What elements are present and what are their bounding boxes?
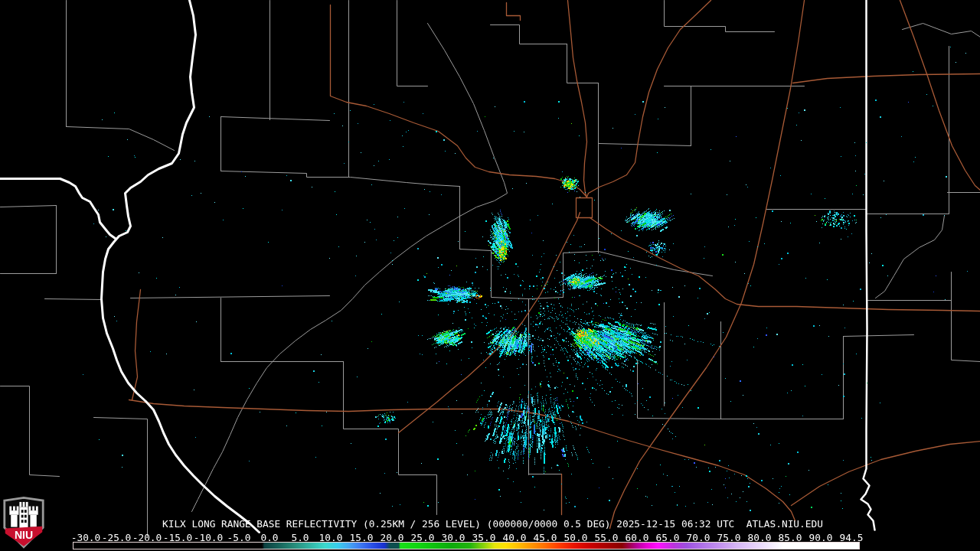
reflectivity-colorbar — [73, 542, 860, 549]
radar-map-canvas — [0, 0, 980, 551]
colorbar-tick-labels: -30.0-25.0-20.0-15.0-10.0-5.00.05.010.01… — [0, 532, 980, 542]
niu-logo-text: NIU — [15, 529, 33, 541]
niu-logo: NIU — [2, 496, 45, 549]
radar-app-screen: KILX LONG RANGE BASE REFLECTIVITY (0.25K… — [0, 0, 980, 551]
product-caption: KILX LONG RANGE BASE REFLECTIVITY (0.25K… — [162, 518, 823, 530]
